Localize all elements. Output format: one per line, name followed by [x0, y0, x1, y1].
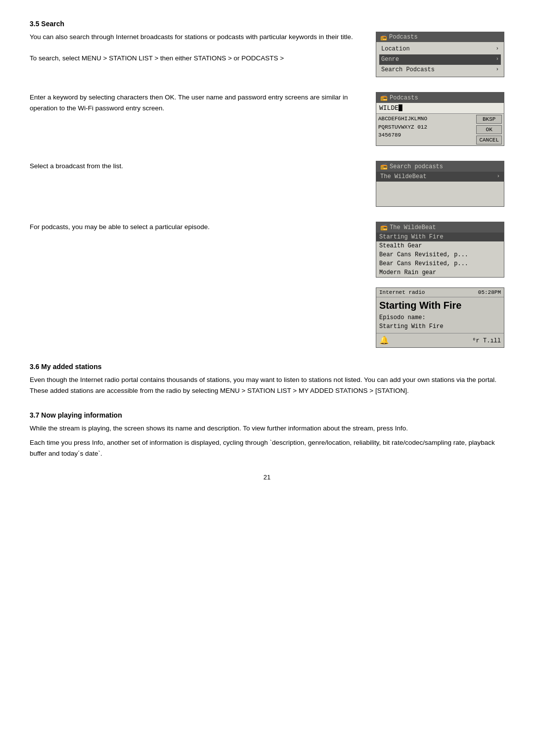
podcasts-menu-titlebar: 📻 Podcasts	[376, 32, 504, 42]
ep-item-4[interactable]: Bear Cans Revisited, p...	[376, 259, 504, 268]
search-para-3: Enter a keyword by selecting characters …	[30, 92, 356, 113]
section-37-title: 3.7 Now playing information	[30, 411, 504, 419]
keys-row3: 3456789	[378, 131, 474, 140]
podcasts-genre-label: Genre	[381, 55, 399, 64]
section-35-title: 3.5 Search	[30, 20, 504, 28]
keyword-input-area: WILDE█	[376, 103, 504, 114]
episode-title: The WildeBeat	[390, 224, 436, 231]
podcasts-menu-title: Podcasts	[389, 34, 418, 41]
alarm-icon: 🔔	[379, 335, 389, 345]
location-arrow: ›	[495, 45, 499, 53]
podcasts-location-item[interactable]: Location ›	[379, 44, 501, 54]
now-playing-screen: Internet radio 05:28PM Starting With Fir…	[376, 287, 504, 348]
ep-item-3[interactable]: Bear Cans Revisited, p...	[376, 250, 504, 259]
search-results-icon: 📻	[380, 163, 388, 170]
search-para-1: You can also search through Internet bro…	[30, 32, 356, 43]
np-station-label: Internet radio	[379, 289, 425, 295]
search-results-screen: 📻 Search podcasts The WildeBeat ›	[376, 161, 504, 207]
np-episode-label: Episodo name:	[376, 313, 504, 322]
search-arrow: ›	[495, 66, 499, 74]
keyword-titlebar: 📻 Podcasts	[376, 93, 504, 103]
keys-row1: ABCDEFGHIJKLMNO	[378, 115, 474, 123]
key-grid: ABCDEFGHIJKLMNO PQRSTUVWXYZ 012 3456789	[378, 115, 474, 144]
np-title: Starting With Fire	[376, 297, 504, 313]
cancel-button[interactable]: CANCEL	[476, 136, 502, 144]
page-number: 21	[30, 473, 504, 481]
now-playing-para-1: While the stream is playing, the screen …	[30, 423, 504, 434]
podcasts-menu-icon: 📻	[380, 34, 387, 41]
section-36-title: 3.6 My added stations	[30, 363, 504, 371]
podcasts-menu-body: Location › Genre › Search Podcasts ›	[376, 42, 504, 77]
wildbeat-arrow: ›	[496, 173, 500, 180]
podcasts-genre-item[interactable]: Genre ›	[379, 54, 501, 65]
ep-item-5[interactable]: Modern Rain gear	[376, 268, 504, 277]
podcasts-location-label: Location	[381, 45, 410, 53]
podcasts-menu-screen: 📻 Podcasts Location › Genre › Search Pod…	[376, 32, 504, 77]
search-results-title: Search podcasts	[390, 163, 443, 170]
now-playing-para-2: Each time you press Info, another set of…	[30, 437, 504, 459]
keyword-entry-screen: 📻 Podcasts WILDE█ ABCDEFGHIJKLMNO PQRSTU…	[376, 92, 504, 146]
np-header: Internet radio 05:28PM	[376, 288, 504, 297]
search-para-2: To search, select MENU > STATION LIST > …	[30, 53, 356, 64]
keyword-title: Podcasts	[390, 94, 418, 101]
episode-screen-wrapper: 📻 The WildeBeat Starting With Fire Steal…	[376, 222, 504, 278]
np-episode-name: Starting With Fire	[376, 322, 504, 331]
podcasts-search-item[interactable]: Search Podcasts ›	[379, 65, 501, 75]
my-added-para: Even though the Internet radio portal co…	[30, 375, 504, 396]
bksp-button[interactable]: BKSP	[476, 115, 502, 124]
episode-icon: 📻	[380, 224, 388, 231]
episode-list-screen: 📻 The WildeBeat Starting With Fire Steal…	[376, 222, 504, 278]
search-results-spacer	[376, 182, 504, 206]
keyword-icon: 📻	[380, 94, 388, 101]
signal-icon: ⁰r T.ıll	[472, 337, 501, 344]
side-keys: BKSP OK CANCEL	[476, 115, 502, 144]
wildbeat-label: The WildeBeat	[380, 173, 427, 180]
np-footer: 🔔 ⁰r T.ıll	[376, 333, 504, 347]
ep-item-2[interactable]: Stealth Gear	[376, 241, 504, 250]
section-37-block: 3.7 Now playing information While the st…	[30, 411, 504, 459]
keyword-input-value: WILDE█	[379, 104, 402, 112]
section-36-block: 3.6 My added stations Even though the In…	[30, 363, 504, 396]
search-para-5: For podcasts, you may be able to select …	[30, 222, 356, 233]
ok-button[interactable]: OK	[476, 125, 502, 134]
wildbeat-result[interactable]: The WildeBeat ›	[376, 172, 504, 182]
podcasts-search-label: Search Podcasts	[381, 66, 435, 74]
search-para-4: Select a broadcast from the list.	[30, 161, 356, 172]
search-results-titlebar: 📻 Search podcasts	[376, 161, 504, 172]
genre-arrow: ›	[495, 55, 499, 64]
keys-area: ABCDEFGHIJKLMNO PQRSTUVWXYZ 012 3456789 …	[376, 114, 504, 145]
ep-item-1[interactable]: Starting With Fire	[376, 233, 504, 241]
keys-row2: PQRSTUVWXYZ 012	[378, 123, 474, 132]
episode-titlebar: 📻 The WildeBeat	[376, 222, 504, 233]
np-time: 05:28PM	[478, 289, 501, 295]
